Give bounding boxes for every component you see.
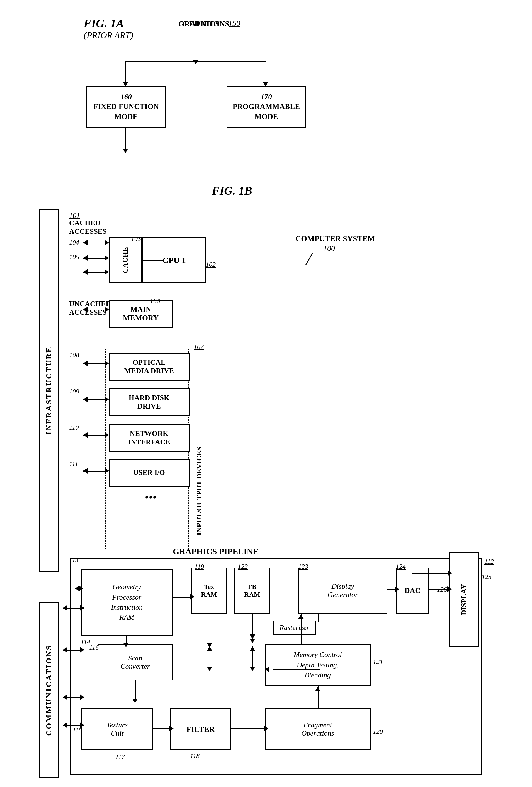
display-box: DISPLAY xyxy=(449,552,479,647)
arrow-ff-down xyxy=(126,128,126,150)
fixed-function-box: 160FIXED FUNCTIONMODE xyxy=(86,86,166,128)
display-gen-label: DisplayGenerator xyxy=(328,582,358,599)
arrow-head-right xyxy=(263,82,268,86)
tex-memctrl-h xyxy=(273,669,320,670)
tex-filter-arr xyxy=(153,728,170,729)
userio-box: USER I/O xyxy=(109,459,190,487)
frag-up-head xyxy=(315,687,320,692)
fig1a-title: FIG. 1A xyxy=(84,17,133,30)
ref-117: 117 xyxy=(115,753,125,761)
arr-108-lhead xyxy=(83,361,88,366)
arr-109-head xyxy=(105,397,109,402)
fig1a-subtitle: (PRIOR ART) xyxy=(84,30,133,40)
fragment-box: FragmentOperations xyxy=(265,708,371,750)
programmable-label: 170PROGRAMMABLEMODE xyxy=(233,92,300,121)
cached-accesses-label: CACHEDACCESSES xyxy=(69,219,107,236)
texram-down xyxy=(209,614,210,644)
dispgen-dac-head xyxy=(395,587,399,592)
comms-arr-115-head xyxy=(80,695,85,700)
optical-label: OPTICALMEDIA DRIVE xyxy=(124,358,174,375)
geom-scan-head xyxy=(123,643,129,647)
comms-arr-2-lhead xyxy=(63,647,67,653)
ref-108: 108 xyxy=(69,352,79,359)
arr-cached-1-lhead xyxy=(83,240,88,246)
fbram-down2 xyxy=(252,614,253,640)
arr-111-lhead xyxy=(83,468,88,473)
cache-label: CACHE xyxy=(121,247,130,273)
ref-101: 101 xyxy=(69,211,80,220)
arr-cached-3-lhead xyxy=(83,269,88,275)
ref-107: 107 xyxy=(194,343,204,350)
ref-123: 123 xyxy=(298,563,308,570)
arrow-line-left xyxy=(126,61,126,83)
arr-uncached-head xyxy=(105,307,109,312)
texture-label: TextureUnit xyxy=(107,721,128,738)
arr-cached-2-lhead xyxy=(83,255,88,261)
main-memory-box: MAINMEMORY xyxy=(109,300,173,328)
arr-109-lhead xyxy=(83,397,88,402)
filter-frag-arr xyxy=(231,728,265,729)
arrow-line-1 xyxy=(196,39,197,61)
texram-label: TexRAM xyxy=(201,583,217,598)
arr-uncached-lhead xyxy=(83,307,88,312)
comms-arr-2-head xyxy=(80,647,85,653)
gfx-pipeline-label: GRAPHICS PIPELINE xyxy=(173,547,259,556)
network-label: NETWORKINTERFACE xyxy=(128,429,170,446)
fbram-label: FBRAM xyxy=(244,583,260,598)
cpu1-label: CPU 1 xyxy=(162,255,186,265)
fragment-label: FragmentOperations xyxy=(302,721,334,738)
dac-label: DAC xyxy=(405,587,420,595)
arr-110-lhead xyxy=(83,432,88,438)
fbram-down2-head xyxy=(250,639,255,643)
texture-box: TextureUnit xyxy=(81,708,153,750)
rast-memctrl xyxy=(301,630,302,644)
arrow-ff-head xyxy=(123,149,128,153)
ref-122: 122 xyxy=(238,563,248,570)
texram-box: TexRAM xyxy=(191,568,227,614)
ref-112: 112 xyxy=(484,558,494,565)
ref-106: 106 xyxy=(150,297,160,305)
ref-105: 105 xyxy=(69,253,79,261)
comms-arr-1-lhead xyxy=(63,605,67,611)
infrastructure-bar: INFRASTRUCTURE xyxy=(39,209,59,572)
ref-103: 103 xyxy=(131,235,141,242)
ref-116: 116 xyxy=(89,644,99,651)
ref-124: 124 xyxy=(396,563,406,570)
ref-121: 121 xyxy=(373,658,383,666)
memctrl-up-head xyxy=(298,614,304,619)
ref-109: 109 xyxy=(69,388,79,395)
fbram-box: FBRAM xyxy=(234,568,270,614)
dispgen-rast xyxy=(318,614,318,622)
cache-box: CACHE xyxy=(109,237,142,283)
fb-vert-uhead xyxy=(250,646,255,651)
ref-102: 102 xyxy=(206,261,216,268)
fb-vert-head xyxy=(250,666,255,671)
tex-vert-head xyxy=(207,666,212,671)
tex-memctrl-head xyxy=(265,666,269,672)
dac-up-line xyxy=(413,573,449,574)
ref-125: 125 xyxy=(482,573,492,581)
scan-conv-box: ScanConverter xyxy=(97,644,173,680)
dac-display-arr xyxy=(429,589,449,590)
computer-system-label: COMPUTER SYSTEM xyxy=(295,234,375,243)
scanconv-down-head xyxy=(132,699,138,703)
filter-frag-head xyxy=(264,726,268,731)
arrow-head-left xyxy=(123,82,128,86)
ref-118: 118 xyxy=(190,752,200,760)
memctrl-label: Memory ControlDepth Testing,Blending xyxy=(293,650,342,680)
fig1b-section: FIG. 1B COMPUTER SYSTEM 100 INFRASTRUCTU… xyxy=(22,184,510,787)
memctrl-box: Memory ControlDepth Testing,Blending xyxy=(265,644,371,686)
dispgen-dac-arr xyxy=(387,589,396,590)
tex-vert-uhead xyxy=(207,646,212,651)
arr-cached-1-head xyxy=(105,240,109,246)
cs-arrow xyxy=(305,253,313,265)
comms-arr-115-lhead xyxy=(63,695,67,700)
ref-104: 104 xyxy=(69,239,79,246)
arr-cached-3-head xyxy=(105,269,109,275)
programmable-box: 170PROGRAMMABLEMODE xyxy=(226,86,306,128)
scanconv-down xyxy=(135,680,136,700)
comms-arr-1-head xyxy=(80,605,85,611)
network-box: NETWORKINTERFACE xyxy=(109,424,190,452)
arr-108-head xyxy=(105,361,109,366)
arrow-line-right xyxy=(266,61,266,83)
